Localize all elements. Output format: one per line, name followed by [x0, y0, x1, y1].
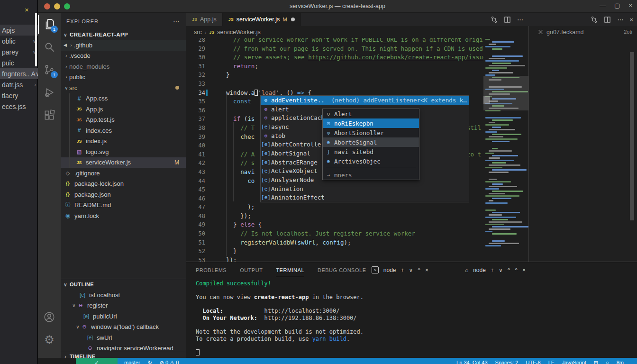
encoding-status[interactable]: UTF-8 [526, 358, 540, 364]
vertical-scrollbar[interactable] [630, 52, 634, 220]
code-line[interactable]: 52 } [186, 247, 483, 256]
code-line[interactable]: 50 // Is not localhost. Just register se… [186, 229, 483, 238]
file-tree-item[interactable]: JSApp.test.js [61, 115, 186, 126]
notifications-icon[interactable]: ○ [606, 358, 609, 364]
background-window-scrollbar[interactable] [35, 13, 37, 66]
file-tree-item[interactable]: JSApp.js [61, 104, 186, 115]
maximize-panel-icon[interactable]: ^ [515, 267, 518, 273]
background-window-close-icon[interactable]: × [25, 6, 29, 14]
file-tree-item[interactable]: JSserviceWorker.jsM [61, 157, 186, 168]
account-icon[interactable] [38, 306, 61, 328]
explorer-icon[interactable]: 1 [38, 13, 61, 36]
search-icon[interactable] [38, 36, 61, 58]
file-tree-item[interactable]: {}package-lock.json [61, 179, 186, 190]
code-line[interactable]: 30 // serve assets; see https://github.c… [186, 53, 483, 62]
workspace-root-row[interactable]: ∨ CREATE-REACT-APP [61, 29, 186, 40]
code-line[interactable]: 31 return; [186, 62, 483, 71]
code-line[interactable]: 47 ); [186, 203, 483, 212]
panel-tab-debug-console[interactable]: DEBUG CONSOLE [318, 267, 366, 273]
popup-item[interactable]: ⊕ArctivesObjec [323, 156, 419, 166]
cursor-position-status[interactable]: Ln 34, Col 43 [456, 358, 487, 364]
file-tree-item[interactable]: #App.css [61, 93, 186, 104]
outline-item[interactable]: [e]isLocalhost [61, 290, 186, 300]
close-panel-icon[interactable]: × [425, 267, 428, 273]
code-line[interactable]: 28 // our service worker won't work if P… [186, 38, 483, 45]
editor-more-actions-icon[interactable]: ⋯ [617, 16, 623, 23]
panel-tab-problems[interactable]: PROBLEMS [196, 267, 227, 273]
outline-item[interactable]: ⊖navigator serviceWorkeread [61, 343, 186, 351]
remote-indicator[interactable]: ✓ [76, 358, 118, 364]
eol-status[interactable]: LF [548, 358, 555, 364]
maximize-panel-icon[interactable]: ^ [418, 267, 420, 273]
open-changes-icon[interactable] [491, 16, 498, 23]
breadcrumb-file[interactable]: serviceWorker.js [217, 29, 260, 36]
minimize-icon[interactable]: — [600, 2, 606, 9]
extensions-icon[interactable] [38, 104, 61, 127]
language-mode-status[interactable]: JavaScript [562, 358, 586, 364]
terminal-dropdown-icon[interactable]: ∨ [409, 267, 413, 273]
new-terminal-icon[interactable]: + [401, 267, 404, 273]
file-tree-item[interactable]: ∨src [61, 82, 186, 93]
suggest-item[interactable]: ⊕addEventListe..(nethod) addEventListene… [261, 96, 469, 105]
file-tree-item[interactable]: #index.ces [61, 125, 186, 136]
outline-item[interactable]: ∨⊖window a('load') callback [61, 322, 186, 333]
outline-item[interactable]: ∨⊖register [61, 300, 186, 311]
background-window-item[interactable]: puic [0, 57, 38, 68]
maximize-icon[interactable]: ▢ [614, 2, 620, 9]
popup-item[interactable]: ƒnavi sitebd [323, 147, 419, 156]
file-tree-item[interactable]: ›node_modules [61, 61, 186, 72]
minimap[interactable] [483, 38, 528, 262]
file-tree-item[interactable]: ⓘREADME.md [61, 200, 186, 211]
background-window-item[interactable]: datr.jss› [0, 79, 38, 90]
suggest-item[interactable]: [e]AninationEffect [261, 193, 469, 202]
new-terminal-icon[interactable]: + [491, 267, 494, 273]
background-window-item[interactable]: oblic∨ [0, 36, 38, 46]
file-tree-item[interactable]: ◇.gitignore [61, 168, 186, 179]
background-window-item[interactable]: Apjs [0, 25, 38, 36]
popup-item[interactable]: ⊕AbortSionoller [323, 128, 419, 137]
sync-icon[interactable]: ↻ [148, 358, 152, 364]
code-line[interactable]: 33 [186, 80, 483, 89]
code-line[interactable]: 48 }); [186, 212, 483, 221]
editor-tab[interactable]: JSApp.js [186, 13, 223, 26]
split-editor-icon[interactable] [504, 16, 511, 23]
feedback-icon[interactable]: ⊞ [594, 358, 598, 364]
background-window-item[interactable]: tlaery [0, 90, 38, 101]
file-tree-item[interactable]: ›.vscode [61, 51, 186, 62]
suggest-item[interactable]: [e]Anination [261, 184, 469, 193]
minimap-slider[interactable] [483, 76, 528, 110]
source-control-icon[interactable]: 1 [38, 58, 61, 81]
terminal-output[interactable]: Compiled successfully! You can now view … [196, 280, 632, 358]
explorer-more-actions-icon[interactable]: ⋯ [173, 18, 180, 25]
editor-more-actions-icon[interactable]: ⋯ [517, 16, 523, 23]
panel-tab-terminal[interactable]: TERMINAL [276, 267, 304, 273]
file-tree-item[interactable]: ◉yarn.lock [61, 210, 186, 221]
timer-status[interactable]: 8m [617, 358, 624, 364]
file-tree-item[interactable]: JSindex.js [61, 136, 186, 147]
close-editor-icon[interactable]: × [629, 16, 633, 23]
editor-tab[interactable]: JSserviceWorker.jsM [223, 13, 301, 26]
outline-item[interactable]: [e]swUrl [61, 332, 186, 343]
popup-item[interactable]: ⊡noRiEskepbn [323, 118, 419, 128]
background-window-item[interactable]: fngnters.. A∨› [0, 68, 38, 79]
outline-header[interactable]: ∨ OUTLINE [61, 279, 186, 290]
close-panel-icon[interactable]: × [522, 267, 526, 273]
code-line[interactable]: 51 registerValidbW(swUrl, config); [186, 238, 483, 247]
terminal-dropdown-icon[interactable]: ∨ [499, 267, 503, 273]
run-debug-icon[interactable] [38, 81, 61, 104]
timeline-header[interactable]: › TIMELINE [61, 351, 186, 358]
file-tree-item[interactable]: ▧logo.svg [61, 146, 186, 157]
background-window-item[interactable]: eces.jss [0, 101, 38, 112]
file-tree-item[interactable]: {}package.json [61, 189, 186, 200]
code-line[interactable]: 49 } else { [186, 220, 483, 229]
popup-item[interactable]: →mners [323, 170, 419, 180]
outline-item[interactable]: [e]publicUrl [61, 311, 186, 322]
maximize-panel-icon[interactable]: ^ [508, 267, 510, 273]
terminal-shell-label[interactable]: node [383, 267, 396, 273]
git-branch-status[interactable]: master [124, 358, 140, 364]
file-tree-item[interactable]: ◀›.github [61, 40, 186, 51]
settings-gear-icon[interactable]: ⚙ [38, 328, 61, 351]
indentation-status[interactable]: Spaces: 2 [495, 358, 519, 364]
code-line[interactable]: 53 }); [186, 256, 483, 262]
file-tree-item[interactable]: ›public [61, 72, 186, 83]
